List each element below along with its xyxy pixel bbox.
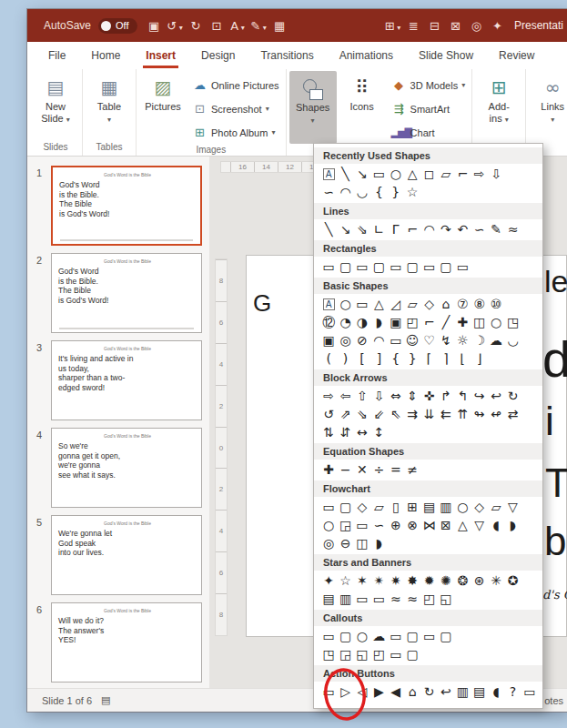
shape-item[interactable]: ⌊ [454,349,471,368]
shape-item[interactable]: ( [320,349,337,368]
shape-item[interactable]: ▽ [471,516,488,534]
tab-transitions[interactable]: Transitions [248,42,325,69]
shape-item[interactable]: ◖ [488,516,504,534]
shape-item[interactable]: ☽ [471,331,488,349]
layout-icon[interactable]: ⊞ [383,19,402,33]
shape-item[interactable]: ▢ [438,258,454,276]
shape-item[interactable]: ⇘ [354,220,370,238]
shape-item[interactable]: ▭ [388,331,404,349]
shape-item[interactable]: ◰ [404,313,420,331]
tab-slide-show[interactable]: Slide Show [407,42,485,69]
shape-item[interactable]: ☁ [488,331,504,349]
shape-item[interactable]: ▽ [504,498,521,516]
shape-item[interactable]: ≈ [504,220,521,238]
shape-item[interactable]: ✚ [320,460,337,479]
shape-item[interactable]: ⇄ [504,405,521,423]
shape-item[interactable]: ☆ [404,183,420,201]
shape-item[interactable]: = [388,460,404,479]
shape-item[interactable]: ▭ [354,258,370,276]
shape-item[interactable]: ◠ [370,331,387,349]
shape-item[interactable]: ▯ [388,498,404,516]
shape-item[interactable]: △ [454,516,471,534]
shape-item[interactable]: ○ [354,627,370,645]
table-grid-icon[interactable]: ▦ [270,19,289,33]
shape-item[interactable]: ▭ [320,627,337,645]
shape-item[interactable]: ◰ [420,590,437,608]
shape-item[interactable]: ⊞ [404,498,420,516]
shape-item[interactable]: ▱ [438,165,454,183]
shape-item[interactable]: ◿ [388,295,404,313]
shape-item[interactable]: ▥ [438,498,454,516]
shape-item[interactable]: ≠ [404,460,420,479]
shape-item[interactable]: ⇘ [354,405,370,423]
tab-animations[interactable]: Animations [328,42,405,69]
shape-item[interactable]: ⇖ [388,405,404,423]
shape-item[interactable]: ⇵ [337,423,353,441]
shape-item[interactable]: ▢ [337,627,353,645]
shape-item[interactable]: ≈ [388,590,404,608]
shape-item[interactable]: ≈ [404,590,420,608]
links-button[interactable]: ∞ Links [529,71,567,141]
grid-icon[interactable]: ⊠ [446,19,465,33]
shape-item[interactable]: ⇅ [320,423,337,441]
shape-item[interactable]: ⇙ [370,405,387,423]
shape-item[interactable]: ◠ [420,220,437,238]
shape-item[interactable]: ↩ [438,682,454,701]
shape-item[interactable]: ? [504,682,521,701]
shape-item[interactable]: ⌈ [420,349,437,368]
shape-item[interactable]: ⇨ [471,165,488,183]
shape-item[interactable]: ◰ [370,645,387,663]
shape-item[interactable]: ○ [337,295,353,313]
redo-icon[interactable]: ↻ [187,19,206,33]
shape-item[interactable]: ▤ [420,498,437,516]
shape-item[interactable]: ⌂ [438,295,454,313]
shape-item[interactable]: ▱ [404,295,420,313]
shape-item[interactable]: ⌋ [471,349,488,368]
shape-item[interactable]: ⇧ [354,387,370,405]
shape-item[interactable]: ▭ [320,682,337,701]
shape-item[interactable]: ↻ [504,387,521,405]
shape-item[interactable]: ◱ [438,590,454,608]
shape-item[interactable]: [ [354,349,370,368]
shape-item[interactable]: ↘ [337,220,353,238]
shape-item[interactable]: ╲ [337,165,353,183]
shape-item[interactable]: ▭ [354,516,370,534]
target-icon[interactable]: ◎ [467,19,486,33]
sparkle-icon[interactable]: ✦ [488,19,507,33]
shape-item[interactable]: ○ [320,516,337,534]
chart-button[interactable]: ▂▅▇ Chart [388,121,470,144]
shape-item[interactable]: ∽ [320,183,337,201]
shape-item[interactable]: ↺ [320,405,337,423]
shape-item[interactable]: ◡ [354,183,370,201]
shape-item[interactable]: ▭ [354,295,370,313]
shape-item[interactable]: ⑧ [471,295,488,313]
shape-item[interactable]: ✺ [438,571,454,590]
shape-item[interactable]: ✴ [370,571,387,590]
shape-item[interactable]: ☼ [454,331,471,349]
photo-album-button[interactable]: ⊞ Photo Album [188,121,283,144]
shape-item[interactable]: ⌐ [420,313,437,331]
shape-item[interactable]: ▭ [420,258,437,276]
shape-item[interactable]: ▢ [337,498,353,516]
shape-item[interactable]: ◇ [354,498,370,516]
slide-thumbnail-3[interactable]: God's Word is the BibleIt's living and a… [51,340,202,420]
shape-item[interactable]: ☁ [370,627,387,645]
shape-item[interactable]: ╲ [320,220,337,238]
shape-item[interactable]: ↔ [354,423,370,441]
online-pictures-button[interactable]: ☁ Online Pictures [188,74,283,96]
shape-item[interactable]: ○ [388,165,404,183]
shape-item[interactable]: ⋈ [420,516,437,534]
shape-item[interactable]: ▤ [471,682,488,701]
shape-item[interactable]: ◻ [420,165,437,183]
shape-item[interactable]: ▭ [388,258,404,276]
shape-item[interactable]: ◫ [471,313,488,331]
shape-item[interactable]: ⇕ [404,387,420,405]
shape-item[interactable]: ▭ [370,165,387,183]
tab-home[interactable]: Home [79,42,132,69]
shape-item[interactable]: △ [404,165,420,183]
shape-item[interactable]: ✜ [420,387,437,405]
shape-item[interactable]: ↕ [370,423,387,441]
shape-item[interactable]: ▭ [454,258,471,276]
shape-item[interactable]: ✷ [388,571,404,590]
shape-item[interactable]: ▢ [404,645,420,663]
